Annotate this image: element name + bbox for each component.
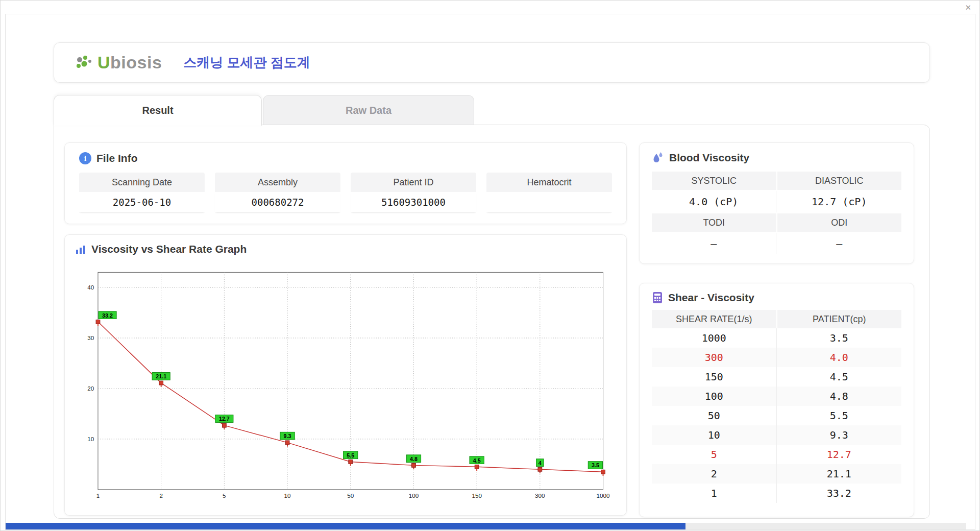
shear-rate-value: 2 bbox=[652, 464, 777, 484]
file-info-title-text: File Info bbox=[96, 152, 138, 164]
logo-dots-icon bbox=[75, 55, 94, 71]
tab-bar: Result Raw Data bbox=[54, 95, 474, 126]
shear-row: 512.7 bbox=[652, 445, 901, 464]
blood-viscosity-title-text: Blood Viscosity bbox=[669, 152, 749, 164]
patient-value: 4.0 bbox=[777, 348, 902, 367]
svg-text:40: 40 bbox=[87, 284, 94, 291]
patient-value: 4.5 bbox=[777, 367, 902, 387]
file-info-title: i File Info bbox=[79, 152, 612, 164]
svg-text:100: 100 bbox=[409, 492, 419, 499]
bv-label-systolic: SYSTOLIC bbox=[652, 172, 776, 190]
bottom-gray-strip bbox=[685, 523, 966, 529]
svg-text:5.5: 5.5 bbox=[347, 452, 354, 458]
svg-text:3.5: 3.5 bbox=[592, 462, 599, 468]
app-frame: Ubiosis 스캐닝 모세관 점도계 Result Raw Data i Fi… bbox=[5, 14, 975, 530]
svg-text:10: 10 bbox=[87, 436, 94, 442]
svg-text:4.5: 4.5 bbox=[473, 457, 481, 464]
bv-value-systolic: 4.0 (cP) bbox=[652, 191, 776, 212]
file-field-assembly: Assembly000680272 bbox=[215, 173, 340, 212]
svg-text:20: 20 bbox=[87, 385, 94, 392]
droplet-icon bbox=[652, 151, 664, 164]
svg-text:10: 10 bbox=[284, 492, 291, 499]
shear-table-body: 10003.53004.01504.51004.8505.5109.3512.7… bbox=[652, 328, 901, 503]
blood-viscosity-title: Blood Viscosity bbox=[652, 151, 901, 164]
svg-text:5: 5 bbox=[223, 492, 226, 499]
header: Ubiosis 스캐닝 모세관 점도계 bbox=[54, 42, 930, 83]
bv-label-todi: TODI bbox=[652, 213, 776, 232]
patient-value: 21.1 bbox=[777, 464, 902, 484]
field-label: Hematocrit bbox=[486, 173, 612, 192]
field-value: 000680272 bbox=[215, 192, 340, 212]
file-info-card: i File Info Scanning Date2025-06-10Assem… bbox=[64, 142, 627, 224]
logo-text: Ubiosis bbox=[97, 53, 162, 73]
viscosity-chart: 102030401251050100150300100033.221.112.7… bbox=[75, 259, 616, 508]
shear-rate-value: 1 bbox=[652, 484, 777, 503]
shear-rate-value: 1000 bbox=[652, 328, 777, 348]
svg-text:9.3: 9.3 bbox=[284, 433, 291, 439]
blood-viscosity-card: Blood Viscosity SYSTOLICDIASTOLIC4.0 (cP… bbox=[639, 142, 914, 264]
bv-value-odi: – bbox=[777, 233, 902, 254]
field-value bbox=[486, 192, 612, 212]
field-label: Scanning Date bbox=[79, 173, 205, 192]
svg-text:33.2: 33.2 bbox=[102, 312, 113, 319]
svg-text:2: 2 bbox=[159, 492, 163, 499]
shear-row: 133.2 bbox=[652, 484, 901, 503]
svg-text:12.7: 12.7 bbox=[219, 416, 230, 422]
graph-title: Viscosity vs Shear Rate Graph bbox=[75, 243, 616, 255]
main-panel: i File Info Scanning Date2025-06-10Assem… bbox=[54, 125, 930, 519]
svg-text:30: 30 bbox=[87, 334, 94, 341]
field-label: Assembly bbox=[215, 173, 340, 192]
shear-row: 505.5 bbox=[652, 406, 901, 425]
graph-card: Viscosity vs Shear Rate Graph 1020304012… bbox=[64, 234, 627, 516]
page-title: 스캐닝 모세관 점도계 bbox=[183, 54, 310, 71]
shear-row: 109.3 bbox=[652, 425, 901, 445]
graph-title-text: Viscosity vs Shear Rate Graph bbox=[91, 243, 247, 255]
shear-rate-value: 10 bbox=[652, 425, 777, 445]
svg-text:1: 1 bbox=[96, 492, 100, 499]
shear-rate-value: 5 bbox=[652, 445, 777, 464]
shear-viscosity-table: SHEAR RATE(1/s) PATIENT(cp) 10003.53004.… bbox=[652, 310, 901, 503]
shear-table-header: SHEAR RATE(1/s) PATIENT(cp) bbox=[652, 310, 901, 328]
file-field-patient-id: Patient ID51609301000 bbox=[351, 173, 476, 212]
shear-rate-value: 150 bbox=[652, 367, 777, 387]
shear-rate-value: 50 bbox=[652, 406, 777, 425]
file-field-hematocrit: Hematocrit bbox=[486, 173, 612, 212]
bv-label-diastolic: DIASTOLIC bbox=[777, 172, 902, 190]
svg-text:300: 300 bbox=[535, 492, 545, 499]
patient-value: 33.2 bbox=[777, 484, 902, 503]
close-icon[interactable]: ✕ bbox=[965, 3, 971, 12]
svg-text:4: 4 bbox=[538, 460, 542, 466]
shear-row: 10003.5 bbox=[652, 328, 901, 348]
shear-rate-value: 100 bbox=[652, 387, 777, 406]
app-window: ✕ Ubiosis 스캐닝 모세관 점도계 Result Raw Data bbox=[0, 0, 980, 531]
file-info-fields: Scanning Date2025-06-10Assembly000680272… bbox=[79, 173, 612, 212]
svg-text:4.8: 4.8 bbox=[410, 456, 418, 462]
shear-row: 1504.5 bbox=[652, 367, 901, 387]
ubiosis-logo: Ubiosis bbox=[75, 53, 162, 73]
svg-text:50: 50 bbox=[347, 492, 354, 499]
bv-label-odi: ODI bbox=[777, 213, 902, 232]
shear-viscosity-title: Shear - Viscosity bbox=[652, 292, 901, 304]
shear-row: 1004.8 bbox=[652, 387, 901, 406]
shear-row: 3004.0 bbox=[652, 348, 901, 367]
info-icon: i bbox=[79, 152, 91, 164]
tab-result[interactable]: Result bbox=[54, 95, 262, 126]
shear-rate-value: 300 bbox=[652, 348, 777, 367]
tab-raw-data[interactable]: Raw Data bbox=[263, 95, 474, 125]
patient-value: 4.8 bbox=[777, 387, 902, 406]
patient-value: 9.3 bbox=[777, 425, 902, 445]
shear-viscosity-title-text: Shear - Viscosity bbox=[668, 292, 754, 304]
svg-text:150: 150 bbox=[472, 492, 482, 499]
svg-text:1000: 1000 bbox=[597, 492, 610, 499]
patient-value: 12.7 bbox=[777, 445, 902, 464]
shear-rate-column-header: SHEAR RATE(1/s) bbox=[652, 310, 776, 328]
field-value: 2025-06-10 bbox=[79, 192, 205, 212]
patient-column-header: PATIENT(cp) bbox=[777, 310, 902, 328]
field-label: Patient ID bbox=[351, 173, 476, 192]
bv-value-diastolic: 12.7 (cP) bbox=[777, 191, 902, 212]
bv-value-todi: – bbox=[652, 233, 776, 254]
bottom-blue-strip bbox=[6, 523, 685, 529]
calculator-icon bbox=[652, 292, 663, 304]
patient-value: 3.5 bbox=[777, 328, 902, 348]
svg-text:21.1: 21.1 bbox=[156, 373, 166, 379]
